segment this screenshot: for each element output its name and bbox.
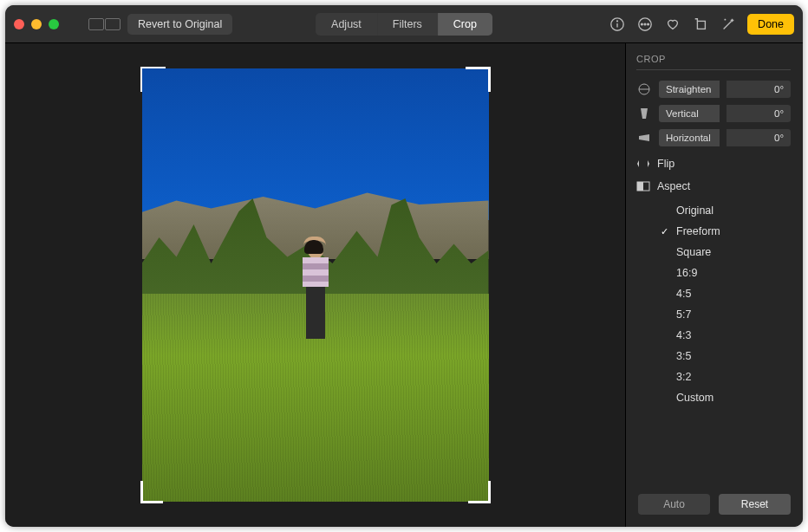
aspect-4-5[interactable]: ✓4:5	[657, 283, 791, 304]
aspect-header: Aspect	[636, 179, 791, 193]
titlebar: Revert to Original Adjust Filters Crop D…	[5, 5, 803, 43]
minimize-window-button[interactable]	[31, 19, 42, 29]
reset-button[interactable]: Reset	[719, 494, 791, 515]
aspect-square[interactable]: ✓Square	[657, 242, 791, 263]
horizontal-value: 0°	[727, 129, 791, 146]
close-window-button[interactable]	[14, 19, 24, 29]
svg-point-6	[648, 23, 649, 25]
vertical-control[interactable]: Vertical 0°	[636, 105, 791, 122]
straighten-icon	[636, 81, 652, 97]
horizontal-perspective-icon	[636, 130, 652, 146]
aspect-freeform[interactable]: ✓Freeform	[657, 221, 791, 242]
info-icon[interactable]	[609, 16, 626, 33]
tab-filters[interactable]: Filters	[377, 13, 438, 36]
svg-point-5	[644, 23, 646, 25]
svg-point-2	[617, 20, 618, 21]
rotate-icon[interactable]	[692, 16, 709, 33]
flip-button[interactable]: Flip	[636, 157, 791, 171]
favorite-icon[interactable]	[664, 16, 681, 33]
tab-crop[interactable]: Crop	[438, 13, 492, 36]
vertical-perspective-icon	[636, 106, 652, 121]
aspect-3-2[interactable]: ✓3:2	[657, 367, 791, 387]
flip-icon	[636, 157, 650, 171]
canvas-area[interactable]	[5, 43, 625, 527]
content-area: CROP Straighten 0° Vertical 0° Horizonta…	[5, 43, 803, 527]
sidebar-toggle-icon[interactable]	[88, 18, 121, 30]
toolbar-right-group: Done	[609, 14, 794, 35]
straighten-label: Straighten	[659, 81, 720, 98]
flip-label: Flip	[657, 158, 674, 170]
straighten-value: 0°	[727, 81, 791, 98]
revert-button[interactable]: Revert to Original	[127, 14, 232, 35]
aspect-list: ✓Original ✓Freeform ✓Square ✓16:9 ✓4:5 ✓…	[636, 200, 791, 408]
svg-rect-7	[698, 21, 706, 29]
panel-title: CROP	[636, 54, 791, 70]
aspect-original[interactable]: ✓Original	[657, 200, 791, 221]
aspect-label: Aspect	[657, 180, 690, 192]
auto-button[interactable]: Auto	[638, 494, 710, 515]
svg-rect-11	[637, 182, 643, 191]
aspect-custom[interactable]: ✓Custom	[657, 387, 791, 408]
panel-footer: Auto Reset	[626, 485, 803, 527]
aspect-3-5[interactable]: ✓3:5	[657, 346, 791, 367]
horizontal-control[interactable]: Horizontal 0°	[636, 129, 791, 146]
enhance-icon[interactable]	[720, 16, 737, 33]
aspect-4-3[interactable]: ✓4:3	[657, 325, 791, 346]
crop-frame[interactable]	[142, 68, 489, 502]
crop-panel: CROP Straighten 0° Vertical 0° Horizonta…	[625, 43, 803, 527]
done-button[interactable]: Done	[747, 14, 794, 35]
svg-point-4	[642, 23, 643, 25]
straighten-control[interactable]: Straighten 0°	[636, 81, 791, 98]
aspect-16-9[interactable]: ✓16:9	[657, 263, 791, 283]
vertical-value: 0°	[727, 105, 791, 122]
more-icon[interactable]	[636, 16, 654, 33]
horizontal-label: Horizontal	[659, 129, 720, 146]
aspect-icon	[636, 179, 650, 193]
tab-adjust[interactable]: Adjust	[316, 13, 377, 36]
vertical-label: Vertical	[659, 105, 720, 122]
photo-preview	[142, 68, 489, 502]
window-controls	[14, 19, 59, 29]
aspect-5-7[interactable]: ✓5:7	[657, 304, 791, 325]
photo-subject-person	[302, 242, 329, 398]
edit-mode-tabs: Adjust Filters Crop	[316, 13, 492, 36]
zoom-window-button[interactable]	[49, 19, 59, 29]
app-window: Revert to Original Adjust Filters Crop D…	[5, 5, 803, 527]
